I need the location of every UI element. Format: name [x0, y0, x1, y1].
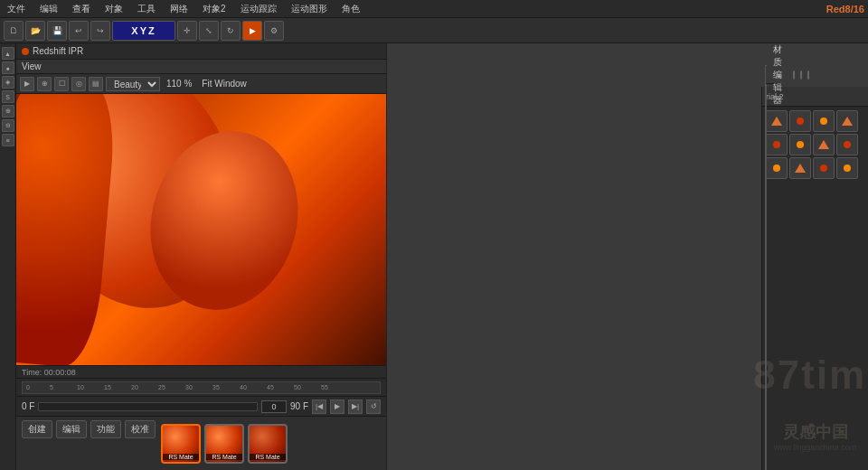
- time-mark-15: 15: [104, 384, 111, 390]
- material-2[interactable]: RS Mate: [204, 424, 244, 464]
- time-label: Time: 00:00:08: [22, 368, 76, 377]
- win-minimize-btn[interactable]: [793, 70, 795, 80]
- mat-1-label: RS Mate: [163, 454, 199, 460]
- node-10[interactable]: [789, 157, 811, 179]
- menu-motion-tracking[interactable]: 运动跟踪: [237, 3, 280, 15]
- loop-btn[interactable]: ↺: [366, 400, 381, 414]
- node-5[interactable]: [766, 134, 788, 155]
- far-right-panel: rial.2 灵感中国 www.lingganchina.com: [761, 87, 868, 470]
- menu-character[interactable]: 角色: [338, 3, 363, 15]
- redo-btn[interactable]: ↪: [90, 21, 110, 41]
- node-7-icon: [818, 140, 829, 149]
- node-8-icon: [844, 141, 851, 148]
- win-maximize-btn[interactable]: [800, 70, 802, 80]
- beauty-dropdown[interactable]: Beauty: [106, 77, 160, 91]
- playback-scrubber[interactable]: [38, 402, 258, 411]
- new-btn[interactable]: 🗋: [4, 21, 24, 41]
- time-mark-20: 20: [131, 384, 138, 390]
- right-area: 材质编辑器 主体 覆盖 RS Material.2: [387, 43, 868, 470]
- prev-frame-btn[interactable]: |◀: [312, 400, 326, 414]
- win-close-btn[interactable]: [807, 70, 809, 80]
- node-8[interactable]: [836, 134, 858, 155]
- tab-calibrate[interactable]: 校准: [125, 420, 156, 438]
- left-iconstrip: ▲ ● ◈ S ⊕ ⊖ ≡: [0, 43, 16, 470]
- next-frame-btn[interactable]: ▶|: [348, 400, 363, 414]
- tab-create[interactable]: 创建: [22, 420, 52, 438]
- node-7[interactable]: [813, 134, 835, 155]
- time-mark-55: 55: [321, 384, 328, 390]
- time-mark-10: 10: [77, 384, 84, 390]
- frame-current-label: 0 F: [22, 401, 34, 411]
- icon-2[interactable]: ●: [2, 61, 14, 74]
- render-ctrl-3[interactable]: ☐: [54, 77, 69, 91]
- view-label: View: [22, 61, 42, 71]
- node-6[interactable]: [789, 134, 811, 155]
- render-ctrl-5[interactable]: ▤: [89, 77, 103, 91]
- node-11-icon: [820, 164, 827, 172]
- view-bar: View: [16, 60, 386, 74]
- open-btn[interactable]: 📂: [25, 21, 45, 41]
- menu-object2[interactable]: 对象2: [199, 3, 230, 15]
- node-12-icon: [844, 164, 851, 172]
- time-mark-30: 30: [185, 384, 193, 390]
- time-ruler[interactable]: 0 5 10 15 20 25 30 35 40 45 50 55: [22, 381, 381, 394]
- icon-1[interactable]: ▲: [2, 47, 14, 60]
- node-9[interactable]: [766, 157, 788, 179]
- main-toolbar: 🗋 📂 💾 ↩ ↪ XYZ ✛ ⤡ ↻ ▶ ⚙: [0, 18, 868, 43]
- logo-url: www.lingganchina.com: [762, 443, 868, 452]
- fit-window-label: Fit Window: [202, 79, 246, 89]
- red-label: Red8/16: [826, 4, 864, 14]
- move-btn[interactable]: ✛: [177, 21, 197, 41]
- node-2-icon: [797, 118, 804, 125]
- material-1[interactable]: RS Mate: [161, 424, 201, 464]
- timeline-bar: 0 5 10 15 20 25 30 35 40 45 50 55: [16, 378, 386, 396]
- node-11[interactable]: [813, 157, 835, 179]
- icon-3[interactable]: ◈: [2, 76, 14, 89]
- node-12[interactable]: [836, 157, 858, 179]
- frame-end-label: 90 F: [290, 401, 308, 411]
- play-btn[interactable]: ▶: [330, 400, 344, 414]
- transport-bar: 0 F 90 F |◀ ▶ ▶| ↺: [16, 396, 386, 416]
- node-1-icon: [771, 117, 782, 126]
- undo-btn[interactable]: ↩: [69, 21, 89, 41]
- menu-tools[interactable]: 工具: [134, 3, 159, 15]
- material-3[interactable]: RS Mate: [248, 424, 288, 464]
- node-1[interactable]: [766, 110, 788, 132]
- render-ctrl-1[interactable]: ▶: [20, 77, 34, 91]
- render-settings-btn[interactable]: ⚙: [264, 21, 284, 41]
- icon-7[interactable]: ≡: [2, 134, 14, 146]
- icon-6[interactable]: ⊖: [2, 119, 14, 132]
- pipe-3: [16, 94, 119, 365]
- time-mark-50: 50: [294, 384, 301, 390]
- bottom-tabs: 创建 编辑 功能 校准: [22, 420, 156, 466]
- icon-4[interactable]: S: [2, 90, 14, 103]
- material-editor: 材质编辑器 主体 覆盖 RS Material.2: [765, 65, 767, 470]
- time-mark-5: 5: [50, 384, 53, 390]
- node-4[interactable]: [836, 110, 858, 132]
- icon-5[interactable]: ⊕: [2, 105, 14, 118]
- node-4-icon: [842, 117, 853, 126]
- frame-start-input[interactable]: [261, 400, 287, 413]
- tab-function[interactable]: 功能: [90, 420, 121, 438]
- node-10-icon: [795, 164, 806, 173]
- node-9-icon: [773, 164, 780, 172]
- save-btn[interactable]: 💾: [47, 21, 67, 41]
- node-3[interactable]: [813, 110, 835, 132]
- node-grid: [762, 107, 868, 183]
- render-ctrl-2[interactable]: ⊕: [37, 77, 52, 91]
- menu-edit[interactable]: 编辑: [36, 3, 61, 15]
- scale-btn[interactable]: ⤡: [199, 21, 219, 41]
- node-2[interactable]: [789, 110, 811, 132]
- render-ctrl-4[interactable]: ◎: [71, 77, 86, 91]
- tab-edit[interactable]: 编辑: [56, 420, 87, 438]
- menu-file[interactable]: 文件: [4, 3, 29, 15]
- ipr-dot: [22, 48, 29, 55]
- menu-object[interactable]: 对象: [101, 3, 127, 15]
- rotate-btn[interactable]: ↻: [221, 21, 241, 41]
- menu-motion-graphic[interactable]: 运动图形: [288, 3, 331, 15]
- xyz-btn[interactable]: XYZ: [112, 21, 175, 41]
- menu-view[interactable]: 查看: [69, 3, 94, 15]
- render-btn[interactable]: ▶: [242, 21, 262, 41]
- menu-network[interactable]: 网络: [166, 3, 192, 15]
- mat-editor-titlebar: 材质编辑器: [766, 66, 780, 84]
